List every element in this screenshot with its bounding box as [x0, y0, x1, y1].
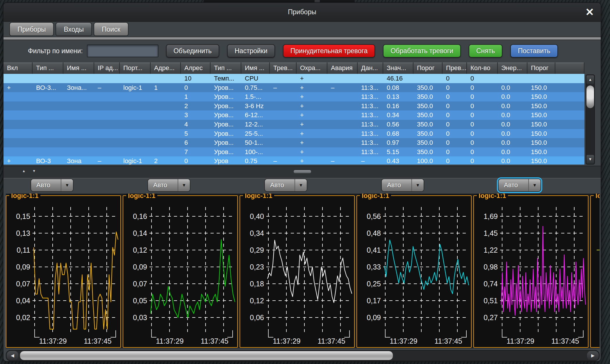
table-cell [120, 74, 151, 83]
column-header[interactable]: Вкл [3, 63, 33, 74]
table-cell: 46.16 [383, 74, 413, 83]
table-cell: 0 [467, 83, 498, 92]
column-header[interactable]: Порог [527, 63, 555, 74]
toolbar-button-3[interactable]: Принудительная тревога [283, 44, 375, 58]
scroll-up-icon[interactable]: ▲ [586, 75, 594, 84]
toolbar: Фильтр по имени: ОбъединитьНастройкиПрин… [3, 40, 601, 62]
table-cell: 0.34 [383, 110, 413, 120]
splitter[interactable]: ▲ ▼ [3, 166, 601, 179]
column-header[interactable]: Имя ... [63, 63, 94, 74]
column-header[interactable]: Дан... [358, 63, 383, 74]
table-cell: Уров [211, 156, 241, 165]
table-cell: – [94, 83, 120, 92]
vertical-scroll-thumb[interactable] [586, 85, 594, 108]
table-cell [327, 120, 358, 129]
column-header[interactable]: Трев... [270, 63, 297, 74]
scale-mode-select-4[interactable]: Авто▼ [381, 179, 424, 192]
table-cell: 0 [443, 156, 467, 165]
column-header[interactable]: Тип ... [33, 63, 63, 74]
column-header[interactable]: Имя ... [241, 63, 270, 74]
scope-chart-4: logic-1:10,560,480,410,330,250,170,0911:… [356, 195, 472, 348]
table-row[interactable]: 10Темп...CPU+46.1600 [3, 74, 584, 83]
chevron-down-icon[interactable]: ▼ [178, 179, 190, 191]
table-cell: 0.13 [383, 92, 413, 101]
toolbar-button-1[interactable]: Объединить [166, 44, 219, 58]
column-header[interactable]: Порт... [120, 63, 151, 74]
table-cell: Уров... [211, 120, 241, 129]
table-cell: 350.0 [413, 138, 443, 147]
splitter-handle[interactable] [293, 170, 311, 174]
y-tick-label: 0,98 [484, 263, 498, 271]
table-cell: Темп... [211, 74, 241, 83]
tab-search[interactable]: Поиск [94, 22, 129, 36]
filter-input[interactable] [87, 44, 158, 57]
horizontal-scrollbar[interactable]: ◀ ▶ [6, 350, 600, 361]
y-tick-label: 0,34 [250, 229, 264, 237]
table-cell [94, 101, 120, 111]
table-cell: 0 [467, 120, 498, 129]
table-cell: + [297, 101, 327, 111]
scroll-down-icon[interactable]: ▼ [586, 155, 594, 164]
table-cell: + [297, 83, 327, 92]
column-header[interactable]: Прев... [443, 63, 467, 74]
column-header[interactable]: Адре... [151, 63, 181, 74]
scale-mode-select-1[interactable]: Авто▼ [31, 179, 74, 192]
scroll-right-icon[interactable]: ▶ [587, 351, 599, 360]
table-cell: 0 [443, 83, 467, 92]
table-row[interactable]: 2Уров...3-6 Hz+11:3...0.16350.0000.0150.… [3, 101, 584, 111]
table-cell [94, 92, 120, 101]
chevron-down-icon[interactable]: ▼ [61, 179, 73, 191]
table-cell: CPU [241, 74, 270, 83]
toolbar-button-2[interactable]: Настройки [227, 44, 275, 58]
scroll-left-icon[interactable]: ◀ [7, 351, 18, 360]
chevron-down-icon[interactable]: ▼ [411, 179, 424, 191]
column-header[interactable]: IP ад... [94, 63, 120, 74]
chevron-down-icon[interactable]: ▼ [295, 179, 307, 191]
table-row[interactable]: 1Уров...1.5-...+11:3...0.13350.0000.0150… [3, 92, 584, 101]
horizontal-scroll-thumb[interactable] [20, 351, 393, 360]
y-tick-label: 0,18 [250, 280, 264, 288]
table-row[interactable]: 3Уров...6-12...+11:3...0.34350.0000.0150… [3, 110, 584, 120]
table-cell: Уров... [211, 129, 241, 138]
chevron-down-icon[interactable]: ▼ [528, 179, 541, 191]
table-row[interactable]: 7Уров...100-...+11:3...5.15350.0000.0150… [3, 147, 584, 157]
column-header[interactable]: Тип ... [211, 63, 241, 74]
column-header[interactable]: Порог [413, 63, 443, 74]
table-row[interactable]: 4Уров...12-2...+11:3...0.56350.0000.0150… [3, 120, 584, 129]
toolbar-button-5[interactable]: Снять [469, 44, 502, 58]
column-header[interactable]: Авария [327, 63, 358, 74]
column-header[interactable]: Алрес [181, 63, 211, 74]
column-header[interactable]: Охра... [297, 63, 327, 74]
table-cell: 0.43 [383, 156, 413, 165]
column-header[interactable]: Знач... [383, 63, 413, 74]
table-cell [151, 138, 181, 147]
scale-mode-select-2[interactable]: Авто▼ [147, 179, 190, 192]
scale-mode-select-5[interactable]: Авто▼ [498, 179, 541, 192]
table-row[interactable]: +ВО-3Зона–logic-120Уров0.75–+––0.43100.0… [3, 156, 584, 165]
x-tick-label: 11:37:29 [156, 337, 183, 345]
table-cell: – [358, 156, 383, 165]
table-cell: 150.0 [527, 83, 555, 92]
table-cell [327, 92, 358, 101]
tab-devices[interactable]: Приборы [9, 22, 54, 36]
splitter-arrows-icon[interactable]: ▲ ▼ [22, 169, 39, 173]
scale-mode-select-3[interactable]: Авто▼ [264, 179, 307, 192]
table-cell: 0.75... [241, 83, 270, 92]
tab-inputs[interactable]: Входы [56, 22, 92, 36]
y-tick-label: 0,40 [250, 212, 264, 220]
table-vertical-scrollbar[interactable]: ▲ ▼ [586, 74, 595, 165]
column-header[interactable]: Кол-во [467, 63, 498, 74]
toolbar-button-4[interactable]: Обработать тревоги [383, 44, 461, 58]
table-cell: 0 [467, 147, 498, 157]
table-row[interactable]: +ВО-3...Зона...–logic-110Уров...0.75...–… [3, 83, 584, 92]
table-cell [94, 120, 120, 129]
table-cell: 11:3... [358, 129, 383, 138]
close-icon[interactable]: ✕ [583, 6, 596, 19]
table-row[interactable]: 6Уров...50-1...+11:3...0.97350.0000.0150… [3, 138, 584, 147]
table-row[interactable]: 5Уров...25-5...+11:3...0.68350.0000.0150… [3, 129, 584, 138]
window-title: Приборы [3, 8, 601, 16]
toolbar-button-6[interactable]: Поставить [510, 44, 558, 58]
table-cell: 100-... [241, 147, 270, 157]
column-header[interactable]: Энер... [498, 63, 527, 74]
table-cell [151, 101, 181, 111]
